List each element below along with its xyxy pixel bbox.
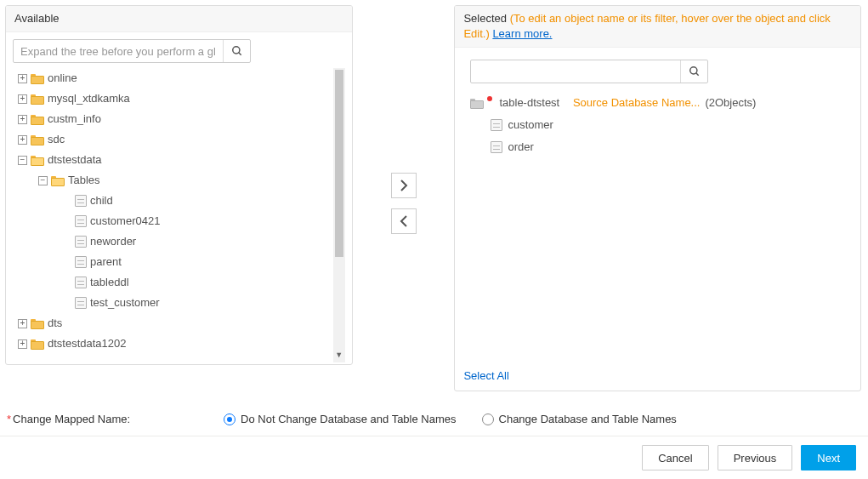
- collapse-icon[interactable]: [18, 156, 27, 165]
- tree-label: custm_info: [48, 109, 101, 129]
- tree-label: dts: [48, 313, 62, 334]
- tree-label: parent: [90, 252, 122, 272]
- move-right-button[interactable]: [391, 173, 417, 198]
- transfer-controls: [353, 5, 455, 401]
- expand-icon[interactable]: [18, 319, 27, 328]
- spacer: [62, 237, 71, 247]
- tree-item-tables[interactable]: Tables: [13, 170, 333, 191]
- folder-icon: [31, 114, 44, 125]
- mapped-name-radio-group: Do Not Change Database and Table Names C…: [224, 413, 677, 425]
- next-button[interactable]: Next: [801, 445, 856, 470]
- tree-item-mysql-xtdkamka[interactable]: mysql_xtdkamka: [13, 88, 333, 109]
- collapse-icon[interactable]: [38, 176, 48, 185]
- tree-label: neworder: [90, 231, 136, 252]
- tree-label: mysql_xtdkamka: [48, 88, 130, 109]
- scrollbar-thumb[interactable]: [335, 70, 343, 257]
- radio-do-not-change[interactable]: Do Not Change Database and Table Names: [224, 413, 456, 425]
- tree-item-sdc[interactable]: sdc: [13, 129, 333, 150]
- scroll-down-icon[interactable]: ▼: [333, 349, 345, 361]
- available-tree: online mysql_xtdkamka custm_info: [13, 68, 333, 354]
- tree-label: customer0421: [90, 211, 160, 231]
- selected-search: [470, 60, 708, 83]
- selected-search-button[interactable]: [680, 60, 707, 83]
- folder-open-icon: [51, 175, 65, 186]
- expand-icon[interactable]: [18, 115, 27, 124]
- svg-point-2: [690, 67, 697, 74]
- tree-item-dtstestdata[interactable]: dtstestdata: [13, 150, 333, 170]
- table-icon: [75, 195, 87, 207]
- tree-label: test_customer: [90, 293, 160, 313]
- required-indicator: *: [7, 413, 11, 425]
- tree-item-online[interactable]: online: [13, 68, 333, 88]
- expand-icon[interactable]: [18, 94, 27, 104]
- tree-label: dtstestdata: [48, 150, 102, 170]
- table-icon: [75, 297, 87, 309]
- tree-item-dtstestdata1202[interactable]: dtstestdata1202: [13, 334, 333, 354]
- search-icon: [231, 45, 243, 57]
- radio-icon: [224, 413, 235, 425]
- chevron-right-icon: [399, 179, 409, 192]
- table-icon: [75, 236, 87, 248]
- expand-icon[interactable]: [18, 135, 27, 145]
- tree-item-parent[interactable]: parent: [13, 252, 333, 272]
- selected-root-note: Source Database Name...: [573, 92, 701, 114]
- table-icon: [75, 277, 87, 288]
- table-icon: [75, 256, 87, 268]
- table-icon: [491, 141, 502, 153]
- folder-open-icon: [31, 155, 44, 166]
- available-search-button[interactable]: [223, 40, 250, 62]
- tree-label: tableddl: [90, 272, 129, 293]
- selected-search-input[interactable]: [471, 60, 680, 83]
- select-all-link[interactable]: Select All: [463, 369, 508, 382]
- folder-icon: [31, 73, 44, 84]
- folder-icon: [31, 339, 44, 350]
- selected-root-count: (2Objects): [705, 92, 756, 114]
- selected-root[interactable]: table-dtstest Source Database Name... (2…: [470, 92, 845, 114]
- tree-item-child[interactable]: child: [13, 191, 333, 211]
- expand-icon[interactable]: [18, 74, 27, 83]
- spacer: [62, 278, 71, 288]
- selected-item-order[interactable]: order: [470, 136, 845, 158]
- button-label: Next: [817, 452, 840, 465]
- available-search: [13, 39, 251, 63]
- tree-item-customer0421[interactable]: customer0421: [13, 211, 333, 231]
- radio-change[interactable]: Change Database and Table Names: [482, 413, 677, 425]
- change-mapped-name-row: *Change Mapped Name: Do Not Change Datab…: [0, 401, 868, 436]
- available-scrollbar[interactable]: ▼: [333, 68, 345, 362]
- previous-button[interactable]: Previous: [718, 445, 793, 470]
- radio-icon: [482, 413, 494, 425]
- selected-header: Selected (To edit an object name or its …: [455, 6, 860, 48]
- tree-label: online: [48, 68, 77, 88]
- expand-icon[interactable]: [18, 339, 27, 349]
- learn-more-link[interactable]: Learn more.: [492, 27, 552, 40]
- tree-label: child: [90, 191, 113, 211]
- radio-label: Do Not Change Database and Table Names: [241, 413, 456, 425]
- selected-item-label: customer: [508, 114, 553, 136]
- tree-item-neworder[interactable]: neworder: [13, 231, 333, 252]
- chevron-left-icon: [399, 214, 409, 228]
- spacer: [62, 217, 71, 226]
- table-icon: [75, 215, 87, 227]
- tree-item-tableddl[interactable]: tableddl: [13, 272, 333, 293]
- cancel-button[interactable]: Cancel: [642, 445, 708, 470]
- tree-item-test-customer[interactable]: test_customer: [13, 293, 333, 313]
- tree-label: sdc: [48, 129, 65, 150]
- svg-line-1: [238, 53, 241, 55]
- move-left-button[interactable]: [391, 208, 417, 234]
- folder-icon: [31, 134, 44, 145]
- change-mapped-name-label: *Change Mapped Name:: [7, 413, 130, 425]
- search-icon: [689, 66, 701, 77]
- modified-indicator-icon: [487, 96, 492, 101]
- available-panel: Available online: [5, 5, 353, 365]
- svg-point-0: [232, 47, 239, 54]
- selected-item-label: order: [508, 136, 533, 158]
- svg-line-3: [696, 73, 699, 76]
- spacer: [62, 197, 71, 206]
- folder-icon: [31, 318, 44, 329]
- selected-root-label: table-dtstest: [499, 92, 559, 114]
- tree-item-dts[interactable]: dts: [13, 313, 333, 334]
- tree-item-custm-info[interactable]: custm_info: [13, 109, 333, 129]
- available-search-input[interactable]: [14, 40, 223, 62]
- selected-item-customer[interactable]: customer: [470, 114, 845, 136]
- button-label: Previous: [734, 452, 777, 465]
